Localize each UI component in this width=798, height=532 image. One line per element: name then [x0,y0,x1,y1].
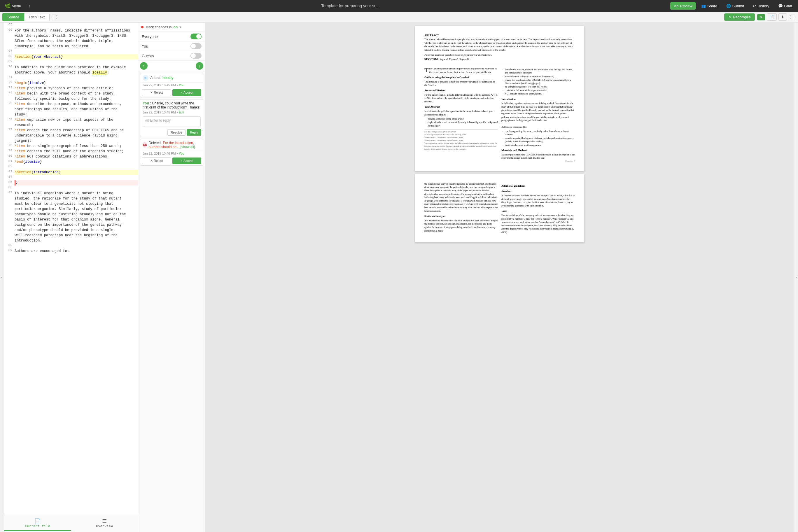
toggle-switch-you[interactable] [190,43,202,49]
next-change-button[interactable]: ↓ [196,62,203,70]
line-content[interactable]: In addition to the guidelines provided i… [15,65,138,70]
toggle-switch-everyone[interactable] [190,34,202,39]
line-content[interactable]: with the symbols: $\ast$, $\dagger$, $\d… [15,33,138,38]
intro-list-item: cite the supporting literature completel… [505,130,575,136]
line-content[interactable]: \item contain the full name of the organ… [15,149,138,154]
left-collapse-panel[interactable]: ‹ [0,23,4,532]
overview-icon: ☰ [73,518,136,525]
tab-overview[interactable]: ☰ Overview [71,516,138,531]
edit-comment-link[interactable]: Edit [179,111,184,114]
change-navigation: ↑ ↓ [138,61,205,71]
history-button[interactable]: ↩ History [749,2,773,10]
recompile-dropdown[interactable]: ▼ [757,14,765,20]
toggle-row: Everyone [138,32,205,41]
line-content[interactable]: core findings and results, and conclusio… [15,107,138,112]
line-content[interactable]: phenotypes should be justified broadly a… [15,212,138,217]
line-content[interactable]: background on the importance of the gene… [15,222,138,228]
line-content[interactable]: particular organism. Similarly, study of… [15,207,138,212]
line-content[interactable]: \item provide a synopsis of the entire a… [15,86,138,91]
line-content[interactable] [15,175,138,180]
accept-deleted-button[interactable]: ✓ Accept [172,157,202,164]
line-content[interactable]: For the authors' names, indicate differe… [15,28,138,33]
line-number [4,70,15,75]
line-content[interactable]: must be clear to a geneticist not studyi… [15,201,138,207]
line-content[interactable] [15,165,138,170]
line-content[interactable]: \section{Introduction} [15,170,138,175]
comment-reply-input[interactable]: Hit Enter to reply [142,116,201,127]
reject-added-button[interactable]: ✕ Reject [142,89,171,96]
toggle-row: You [138,41,205,51]
right-collapse-panel[interactable]: › [794,23,798,532]
review-button[interactable]: Ab Review [670,2,696,10]
recompile-icon: ↻ [728,15,732,19]
line-content[interactable]: \section{Your Abstract} [15,54,138,59]
toggle-switch-guests[interactable] [190,53,202,59]
line-content[interactable]: introduction. [15,238,138,243]
line-content[interactable]: Authors are encouraged to: [15,248,138,254]
line-content[interactable]: jargon); [15,138,138,144]
line-content[interactable]: \item NOT contain citations or abbreviat… [15,154,138,159]
track-changes-dropdown-icon[interactable]: ▾ [179,25,181,29]
bullet-item: describe the purpose, methods and proced… [505,68,575,74]
line-content[interactable]: After four authors, the symbols double, … [15,38,138,44]
back-icon[interactable]: ↑ [28,3,31,8]
line-content[interactable]: well-reasoned paragraph near the beginni… [15,233,138,238]
line-content[interactable]: \item emphasize new or important aspects… [15,117,138,122]
line-content[interactable]: : [15,180,138,186]
comment-author: You [142,101,149,105]
line-content[interactable]: quadruple, and so forth as required. [15,44,138,49]
line-content[interactable]: In individual organisms where a mutant i… [15,191,138,196]
tab-source[interactable]: Source [2,13,24,21]
expand-button[interactable]: ⛶ [788,14,796,21]
toolbar-icon-btn-2[interactable]: ⬇ [778,14,787,21]
line-content[interactable] [15,49,138,54]
chat-button[interactable]: 💬 Chat [775,2,796,10]
line-content[interactable]: abstract above, your abstract should ide… [15,70,138,75]
line-content[interactable]: \item be a single paragraph of less than… [15,144,138,149]
editor-line: 72\begin{itemize} [4,80,138,86]
line-content[interactable]: and/or phenotype should be provided in a… [15,228,138,233]
editor-line: 78\item be a single paragraph of less th… [4,144,138,149]
submit-button[interactable]: 🌐 Submit [723,2,747,10]
line-content[interactable]: research; [15,122,138,128]
line-content[interactable] [15,75,138,80]
line-content[interactable]: followed by specific background for the … [15,96,138,101]
guide-title: Guide to using this template in Overleaf [424,76,498,79]
show-all-link[interactable]: [show all] [180,145,195,149]
preview-scroll[interactable]: ABSTRACT The abstract should be written … [205,23,794,532]
line-content[interactable]: studied, the rationale for the study of … [15,196,138,201]
share-button[interactable]: 👥 Share [698,2,721,10]
recompile-button[interactable]: ↻ Recompile [724,14,755,21]
line-content[interactable]: study; [15,112,138,117]
resolve-button[interactable]: Resolve [167,129,186,136]
line-content[interactable] [15,59,138,65]
line-number [4,238,15,243]
tab-current-file[interactable]: 📄 Current file [4,516,71,531]
submit-icon: 🌐 [726,4,731,8]
accept-added-button[interactable]: ✓ Accept [172,89,202,96]
line-content[interactable]: \end{itemize} [15,159,138,165]
line-content[interactable] [15,243,138,248]
abstract-list-item: begin with the broad context of the stud… [428,121,498,127]
editor-line: 87In individual organisms where a mutant… [4,191,138,196]
reject-deleted-button[interactable]: ✕ Reject [142,157,171,164]
fullscreen-button[interactable]: ⛶ [51,14,58,21]
line-content[interactable] [15,23,138,28]
editor-line: 71 [4,75,138,80]
line-content[interactable]: \item begin with the broad context of th… [15,91,138,96]
editor-toolbar: Source Rich Text ⛶ ↻ Recompile ▼ 📄 ⬇ ⛶ [0,12,798,23]
prev-change-button[interactable]: ↑ [140,62,148,70]
editor-area[interactable]: 65 66For the authors' names, indicate di… [4,23,138,515]
toggle-list: EveryoneYouGuests [138,32,205,61]
toolbar-icon-btn-1[interactable]: 📄 [767,14,777,21]
line-content[interactable]: understandable to a diverse audience (av… [15,133,138,138]
line-content[interactable]: basis of interest for that organism alon… [15,217,138,222]
line-content[interactable]: \item describe the purpose, methods and … [15,101,138,107]
tab-rich-text[interactable]: Rich Text [24,13,50,21]
reply-button[interactable]: Reply [187,129,201,136]
line-content[interactable]: \begin{itemize} [15,80,138,86]
editor-line: phenotypes should be justified broadly a… [4,212,138,217]
line-content[interactable]: \item engage the broad readership of GEN… [15,128,138,133]
line-content[interactable] [15,186,138,191]
menu-button[interactable]: 🌿 Menu [2,2,24,10]
